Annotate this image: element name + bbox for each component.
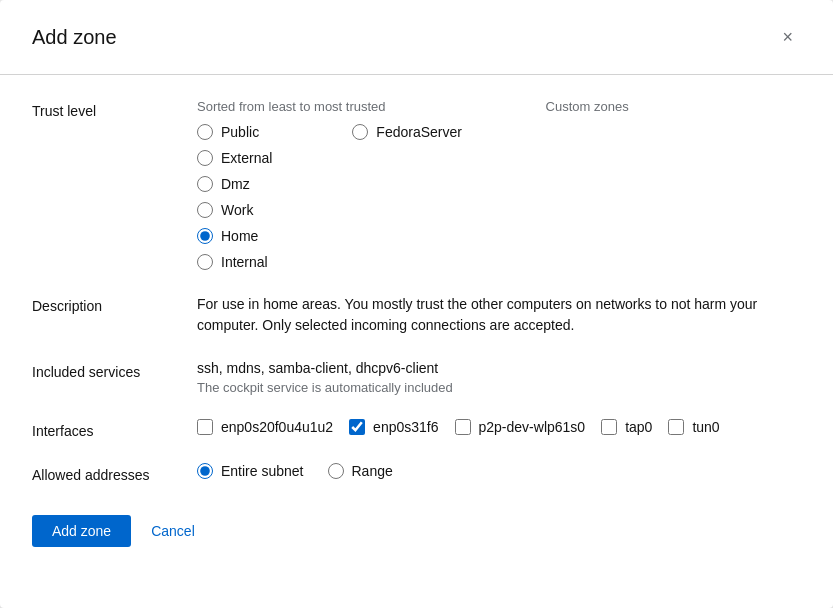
trust-dmz-radio[interactable] [197, 176, 213, 192]
interfaces-checkboxes: enp0s20f0u4u1u2 enp0s31f6 p2p-dev-wlp61s… [197, 419, 801, 435]
standard-trust-column: Public External Dmz Work [197, 124, 272, 270]
interface-tun0[interactable]: tun0 [668, 419, 719, 435]
trust-internal[interactable]: Internal [197, 254, 272, 270]
allowed-addresses-label: Allowed addresses [32, 463, 197, 483]
trust-external-radio[interactable] [197, 150, 213, 166]
interface-enp0s31f6-label: enp0s31f6 [373, 419, 438, 435]
allowed-entire-subnet-label: Entire subnet [221, 463, 304, 479]
included-services-content: ssh, mdns, samba-client, dhcpv6-client T… [197, 360, 801, 395]
custom-header: Custom zones [546, 99, 629, 114]
trust-work[interactable]: Work [197, 202, 272, 218]
allowed-addresses-content: Entire subnet Range [197, 463, 801, 479]
trust-internal-label: Internal [221, 254, 268, 270]
allowed-entire-subnet[interactable]: Entire subnet [197, 463, 304, 479]
allowed-entire-subnet-radio[interactable] [197, 463, 213, 479]
trust-level-label: Trust level [32, 99, 197, 119]
interfaces-content: enp0s20f0u4u1u2 enp0s31f6 p2p-dev-wlp61s… [197, 419, 801, 435]
services-list: ssh, mdns, samba-client, dhcpv6-client [197, 360, 801, 376]
interface-enp0s20f0u4u1u2-checkbox[interactable] [197, 419, 213, 435]
allowed-range-label: Range [352, 463, 393, 479]
trust-fedoraserver[interactable]: FedoraServer [352, 124, 462, 140]
allowed-range[interactable]: Range [328, 463, 393, 479]
description-row: Description For use in home areas. You m… [32, 294, 801, 336]
trust-fedoraserver-label: FedoraServer [376, 124, 462, 140]
interface-tap0-checkbox[interactable] [601, 419, 617, 435]
description-content: For use in home areas. You mostly trust … [197, 294, 801, 336]
dialog-header: Add zone × [32, 24, 801, 50]
allowed-radios: Entire subnet Range [197, 463, 801, 479]
cancel-button[interactable]: Cancel [147, 515, 199, 547]
interface-p2p-dev-wlp61s0-checkbox[interactable] [455, 419, 471, 435]
custom-trust-column: FedoraServer [352, 124, 462, 270]
included-services-row: Included services ssh, mdns, samba-clien… [32, 360, 801, 395]
interface-enp0s31f6-checkbox[interactable] [349, 419, 365, 435]
allowed-addresses-row: Allowed addresses Entire subnet Range [32, 463, 801, 483]
trust-dmz-label: Dmz [221, 176, 250, 192]
trust-dmz[interactable]: Dmz [197, 176, 272, 192]
trust-internal-radio[interactable] [197, 254, 213, 270]
close-button[interactable]: × [774, 24, 801, 50]
interface-enp0s31f6[interactable]: enp0s31f6 [349, 419, 438, 435]
trust-public-label: Public [221, 124, 259, 140]
trust-work-label: Work [221, 202, 253, 218]
add-zone-dialog: Add zone × Trust level Sorted from least… [0, 0, 833, 608]
trust-external-label: External [221, 150, 272, 166]
trust-work-radio[interactable] [197, 202, 213, 218]
interfaces-label: Interfaces [32, 419, 197, 439]
trust-fedoraserver-radio[interactable] [352, 124, 368, 140]
dialog-title: Add zone [32, 26, 117, 49]
interface-enp0s20f0u4u1u2[interactable]: enp0s20f0u4u1u2 [197, 419, 333, 435]
trust-home[interactable]: Home [197, 228, 272, 244]
interface-tap0[interactable]: tap0 [601, 419, 652, 435]
trust-public[interactable]: Public [197, 124, 272, 140]
interface-tap0-label: tap0 [625, 419, 652, 435]
allowed-range-radio[interactable] [328, 463, 344, 479]
trust-external[interactable]: External [197, 150, 272, 166]
trust-level-row: Trust level Sorted from least to most tr… [32, 99, 801, 270]
add-zone-button[interactable]: Add zone [32, 515, 131, 547]
trust-level-headers: Sorted from least to most trusted Custom… [197, 99, 801, 114]
interface-p2p-dev-wlp61s0-label: p2p-dev-wlp61s0 [479, 419, 586, 435]
trust-home-label: Home [221, 228, 258, 244]
trust-home-radio[interactable] [197, 228, 213, 244]
services-note: The cockpit service is automatically inc… [197, 380, 801, 395]
trust-public-radio[interactable] [197, 124, 213, 140]
interface-tun0-checkbox[interactable] [668, 419, 684, 435]
interface-tun0-label: tun0 [692, 419, 719, 435]
interfaces-row: Interfaces enp0s20f0u4u1u2 enp0s31f6 p2p… [32, 419, 801, 439]
description-label: Description [32, 294, 197, 314]
interface-enp0s20f0u4u1u2-label: enp0s20f0u4u1u2 [221, 419, 333, 435]
trust-columns: Public External Dmz Work [197, 124, 801, 270]
dialog-footer: Add zone Cancel [32, 515, 801, 547]
sorted-header: Sorted from least to most trusted [197, 99, 386, 114]
included-services-label: Included services [32, 360, 197, 380]
trust-level-content: Sorted from least to most trusted Custom… [197, 99, 801, 270]
interface-p2p-dev-wlp61s0[interactable]: p2p-dev-wlp61s0 [455, 419, 586, 435]
header-divider [0, 74, 833, 75]
description-text: For use in home areas. You mostly trust … [197, 294, 797, 336]
